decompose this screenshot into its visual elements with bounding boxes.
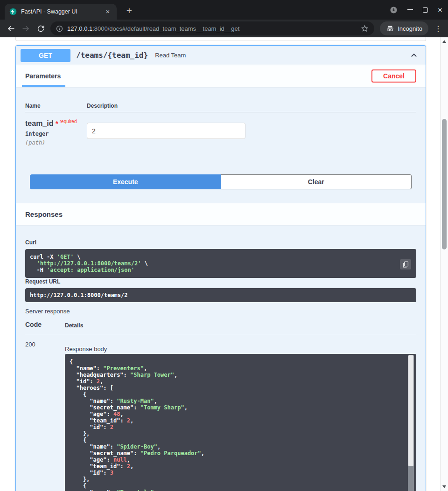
window-controls: × — [390, 0, 442, 20]
status-code: 200 — [25, 341, 35, 348]
previous-section-edge — [15, 37, 426, 41]
browser-menu-icon[interactable]: ⋮ — [432, 24, 444, 33]
response-body-scroll-thumb[interactable] — [408, 355, 413, 466]
parameters-section-header: Parameters Cancel — [16, 65, 426, 87]
required-label: required — [60, 119, 77, 124]
page-scrollbar[interactable] — [440, 37, 448, 491]
details-column-header: Details — [65, 322, 83, 329]
method-badge: GET — [21, 49, 70, 62]
bookmark-star-icon[interactable] — [361, 25, 369, 33]
new-tab-button[interactable]: + — [122, 4, 136, 18]
parameter-name: team_id — [25, 119, 53, 127]
server-response-label: Server response — [25, 308, 70, 315]
description-column-header: Description — [87, 103, 118, 109]
responses-title: Responses — [25, 210, 63, 218]
request-url-label: Request URL — [25, 278, 60, 285]
incognito-badge: Incognito — [380, 21, 428, 35]
response-body-block[interactable]: { "name": "Preventers", "headquarters": … — [65, 354, 416, 491]
cancel-button[interactable]: Cancel — [371, 69, 416, 83]
collapse-chevron-icon[interactable] — [410, 51, 418, 60]
parameter-location: (path) — [25, 139, 77, 146]
page-info-icon[interactable] — [56, 25, 63, 32]
execute-button-group: Execute Clear — [30, 174, 412, 189]
url-text: 127.0.0.1:8000/docs#/default/read_team_t… — [67, 25, 357, 32]
parameter-name-cell: team_id *required integer (path) — [25, 119, 77, 146]
address-bar[interactable]: 127.0.0.1:8000/docs#/default/read_team_t… — [50, 21, 374, 35]
browser-toolbar: 127.0.0.1:8000/docs#/default/read_team_t… — [0, 20, 448, 37]
curl-command-block: curl -X 'GET' \ 'http://127.0.0.1:8000/t… — [25, 249, 416, 278]
request-url-block: http://127.0.0.1:8000/teams/2 — [25, 288, 416, 302]
required-asterisk: * — [56, 119, 58, 127]
browser-update-icon[interactable] — [390, 6, 398, 14]
back-icon[interactable] — [4, 21, 18, 35]
incognito-label: Incognito — [398, 25, 422, 32]
fastapi-favicon-icon — [9, 8, 17, 15]
code-column-header: Code — [25, 321, 42, 328]
request-url-value: http://127.0.0.1:8000/teams/2 — [30, 292, 412, 298]
url-path: :8000/docs#/default/read_team_teams__tea… — [92, 25, 239, 32]
url-host: 127.0.0.1 — [67, 25, 92, 32]
active-tab-underline — [22, 85, 65, 87]
curl-label: Curl — [25, 239, 36, 246]
incognito-icon — [386, 24, 394, 33]
team-id-input[interactable] — [87, 123, 245, 139]
response-body-scrollbar[interactable] — [408, 355, 414, 491]
maximize-icon[interactable] — [423, 7, 428, 13]
parameters-table-header: Name Description — [25, 101, 416, 112]
tab-close-icon[interactable]: × — [104, 7, 112, 16]
scroll-up-icon[interactable] — [442, 40, 446, 43]
clear-button[interactable]: Clear — [221, 174, 412, 189]
parameters-title: Parameters — [25, 72, 61, 80]
operation-path: /teams/{team_id} — [76, 51, 148, 60]
tab-title: FastAPI - Swagger UI — [21, 8, 99, 15]
operation-summary-bar[interactable]: GET /teams/{team_id} Read Team — [16, 46, 426, 65]
scroll-down-icon[interactable] — [442, 485, 446, 488]
reload-icon[interactable] — [34, 21, 48, 35]
tab-strip: FastAPI - Swagger UI × + × — [0, 0, 448, 20]
get-operation-block: GET /teams/{team_id} Read Team Parameter… — [15, 45, 426, 491]
response-body-label: Response body — [65, 346, 107, 353]
response-table-divider — [25, 335, 416, 335]
execute-button[interactable]: Execute — [30, 174, 221, 189]
parameter-type: integer — [25, 131, 77, 137]
copy-curl-icon[interactable] — [400, 259, 411, 270]
forward-icon[interactable] — [19, 21, 33, 35]
minimize-icon[interactable] — [407, 9, 413, 10]
name-column-header: Name — [25, 103, 41, 109]
swagger-page: GET /teams/{team_id} Read Team Parameter… — [0, 37, 440, 491]
responses-section-header: Responses — [16, 203, 426, 225]
browser-tab[interactable]: FastAPI - Swagger UI × — [5, 4, 117, 20]
operation-summary: Read Team — [155, 52, 186, 59]
window-close-icon[interactable]: × — [438, 6, 442, 14]
page-scroll-thumb[interactable] — [442, 119, 447, 249]
